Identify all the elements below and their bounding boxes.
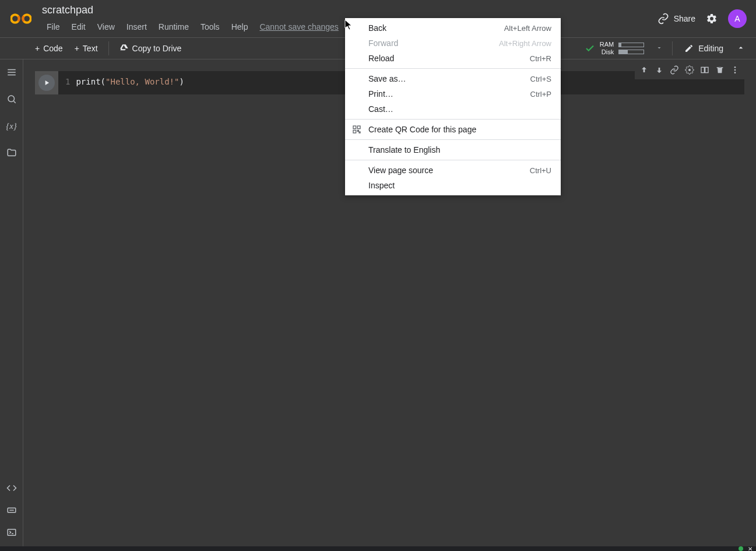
svg-point-2: [8, 96, 15, 102]
command-palette-button[interactable]: [5, 503, 19, 517]
add-code-label: Code: [43, 44, 62, 53]
context-menu-item-reload[interactable]: ReloadCtrl+R: [345, 51, 561, 66]
copy-to-drive-button[interactable]: Copy to Drive: [114, 40, 188, 57]
line-number: 1: [65, 77, 70, 89]
add-text-button[interactable]: + Text: [69, 40, 104, 57]
context-menu-item-save-as[interactable]: Save as…Ctrl+S: [345, 71, 561, 86]
svg-rect-15: [357, 126, 360, 129]
share-button[interactable]: Share: [657, 13, 695, 24]
code-snippets-button[interactable]: [5, 481, 19, 495]
delete-cell-button[interactable]: [713, 63, 727, 77]
add-text-label: Text: [83, 44, 98, 53]
move-up-button[interactable]: [637, 63, 651, 77]
gear-icon: [685, 65, 694, 75]
context-menu-shortcut: Ctrl+S: [530, 75, 551, 83]
context-menu-label: Save as…: [368, 74, 530, 83]
chevron-down-icon: [656, 44, 663, 51]
svg-rect-14: [353, 126, 356, 129]
play-icon: [43, 79, 51, 87]
context-menu-shortcut: Ctrl+P: [530, 90, 551, 99]
add-code-button[interactable]: + Code: [29, 40, 69, 57]
menu-edit[interactable]: Edit: [67, 20, 90, 34]
editing-label: Editing: [698, 44, 723, 53]
resource-dropdown[interactable]: [651, 44, 667, 53]
list-icon: [6, 67, 17, 78]
status-bar: ✕: [0, 546, 756, 551]
link-icon: [657, 13, 669, 24]
svg-rect-16: [353, 130, 356, 133]
menu-help[interactable]: Help: [227, 20, 253, 34]
move-down-button[interactable]: [652, 63, 666, 77]
resource-indicator[interactable]: RAM Disk: [578, 41, 651, 56]
terminal-button[interactable]: [5, 525, 19, 539]
avatar[interactable]: A: [728, 9, 747, 28]
context-menu-label: View page source: [368, 166, 530, 175]
context-menu-item-translate-to-english[interactable]: Translate to English: [345, 142, 561, 157]
more-vert-icon: [730, 65, 740, 75]
context-menu-item-inspect[interactable]: Inspect: [345, 178, 561, 193]
context-menu-item-forward: ForwardAlt+Right Arrow: [345, 36, 561, 51]
disk-bar: [618, 50, 644, 54]
resource-labels: RAM Disk: [600, 41, 614, 56]
context-menu-label: Print…: [368, 89, 530, 99]
context-menu-label: Back: [368, 23, 504, 33]
menu-insert[interactable]: Insert: [122, 20, 152, 34]
variables-button[interactable]: {x}: [5, 119, 19, 133]
run-cell-button[interactable]: [35, 71, 58, 94]
mirror-icon: [700, 65, 709, 75]
context-menu-shortcut: Alt+Right Arrow: [499, 39, 551, 48]
context-menu-item-print[interactable]: Print…Ctrl+P: [345, 86, 561, 101]
context-menu-label: Translate to English: [368, 145, 551, 155]
search-icon: [6, 94, 17, 104]
trash-icon: [715, 65, 725, 75]
context-menu-item-back[interactable]: BackAlt+Left Arrow: [345, 20, 561, 36]
context-menu-shortcut: Ctrl+R: [530, 54, 551, 63]
qr-code-icon: [352, 125, 361, 134]
menu-view[interactable]: View: [93, 20, 119, 34]
separator: [108, 41, 109, 55]
notebook-title[interactable]: scratchpad: [42, 4, 657, 17]
code-content: print("Hello, World!"): [76, 77, 184, 89]
toc-button[interactable]: [5, 65, 19, 79]
files-button[interactable]: [5, 146, 19, 160]
terminal-icon: [6, 527, 17, 538]
collapse-button[interactable]: [730, 40, 751, 58]
context-menu-item-view-page-source[interactable]: View page sourceCtrl+U: [345, 163, 561, 178]
more-cell-button[interactable]: [728, 63, 742, 77]
settings-button[interactable]: [705, 12, 719, 26]
drive-icon: [119, 44, 129, 53]
svg-rect-10: [705, 67, 708, 72]
link-icon: [670, 65, 679, 75]
cell-toolbar: [635, 61, 744, 79]
search-button[interactable]: [5, 92, 19, 106]
svg-line-3: [13, 101, 15, 103]
pencil-icon: [684, 44, 694, 53]
close-status-button[interactable]: ✕: [748, 546, 753, 552]
context-menu-shortcut: Ctrl+U: [530, 166, 551, 175]
context-menu-separator: [345, 119, 561, 120]
ram-label: RAM: [600, 41, 614, 48]
menu-tools[interactable]: Tools: [196, 20, 224, 34]
svg-point-8: [688, 69, 691, 71]
status-dot: [739, 546, 743, 551]
svg-point-12: [734, 69, 736, 71]
context-menu-item-create-qr-code-for-this-page[interactable]: Create QR Code for this page: [345, 122, 561, 137]
mirror-cell-button[interactable]: [698, 63, 712, 77]
context-menu-shortcut: Alt+Left Arrow: [504, 24, 551, 33]
code-icon: [6, 483, 17, 493]
plus-icon: +: [75, 44, 79, 53]
svg-point-11: [734, 66, 736, 68]
cannot-save-link[interactable]: Cannot save changes: [255, 20, 343, 34]
context-menu-label: Reload: [368, 54, 530, 63]
context-menu-label: Create QR Code for this page: [368, 125, 551, 134]
menu-runtime[interactable]: Runtime: [154, 20, 194, 34]
menu-file[interactable]: File: [42, 20, 65, 34]
cell-settings-button[interactable]: [683, 63, 697, 77]
link-cell-button[interactable]: [667, 63, 681, 77]
colab-logo[interactable]: [9, 7, 33, 30]
copy-drive-label: Copy to Drive: [132, 44, 182, 53]
svg-rect-18: [359, 132, 360, 133]
context-menu-item-cast[interactable]: Cast…: [345, 101, 561, 117]
editing-mode-button[interactable]: Editing: [677, 40, 730, 57]
sidebar: {x}: [0, 59, 23, 546]
